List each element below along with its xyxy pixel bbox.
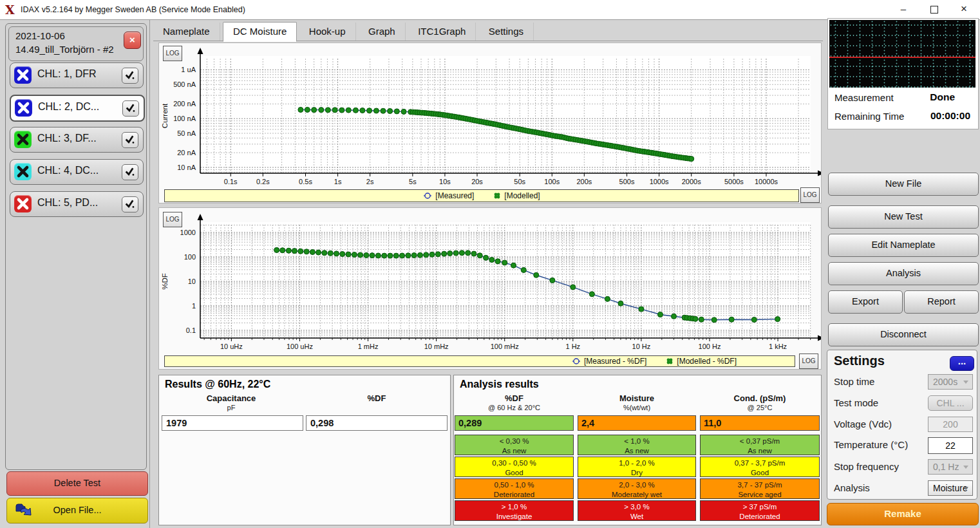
minimize-button[interactable]: –: [889, 0, 918, 19]
svg-text:2000s: 2000s: [682, 178, 701, 185]
svg-text:Current: Current: [161, 103, 169, 128]
temperature-input[interactable]: 22: [928, 437, 973, 454]
measurement-label: Measurement: [834, 92, 894, 103]
df-col-sub: @ 60 Hz & 20°C: [455, 404, 574, 411]
new-file-button[interactable]: New File: [828, 173, 979, 196]
chevron-down-icon: [963, 487, 968, 490]
analysis-mode-select[interactable]: Moisture: [928, 480, 973, 496]
remake-button[interactable]: Remake: [827, 503, 979, 525]
svg-text:2s: 2s: [366, 178, 374, 185]
signal-trace: [829, 57, 975, 58]
tab-nameplate[interactable]: Nameplate: [153, 23, 220, 41]
svg-text:50s: 50s: [514, 178, 525, 185]
moisture-analysis-value: 2,4: [578, 415, 696, 431]
svg-text:500s: 500s: [619, 178, 635, 185]
stop-time-select[interactable]: 2000s: [928, 374, 973, 390]
new-test-button[interactable]: New Test: [828, 205, 979, 229]
report-button[interactable]: Report: [904, 290, 979, 314]
channel-label: CHL: 2, DC...: [38, 101, 99, 113]
close-test-button[interactable]: ×: [124, 32, 141, 49]
channel-checkbox[interactable]: [122, 164, 138, 180]
export-button[interactable]: Export: [828, 290, 903, 314]
capacitance-unit: pF: [160, 404, 302, 411]
channel-checkbox[interactable]: [122, 100, 139, 117]
channel-row-2[interactable]: CHL: 2, DC...: [10, 95, 145, 122]
delete-test-button[interactable]: Delete Test: [6, 471, 148, 496]
analysis-button[interactable]: Analysis: [828, 262, 979, 285]
tab-dc-moisture[interactable]: DC Moisture: [223, 22, 297, 42]
channel-label: CHL: 5, PD...: [37, 197, 98, 209]
channel-x-icon: [14, 131, 32, 148]
df-vs-frequency-chart: 10 uHz100 uHz1 mHz10 mHz100 mHz1 Hz10 Hz…: [159, 208, 821, 351]
log-scale-button-x1[interactable]: LOG: [800, 187, 820, 203]
svg-text:%DF: %DF: [161, 273, 169, 290]
settings-panel: Settings ... Stop time 2000s Test mode C…: [827, 350, 977, 500]
stop-time-label: Stop time: [834, 376, 874, 387]
svg-text:5000s: 5000s: [724, 178, 744, 185]
svg-text:0.2s: 0.2s: [256, 178, 270, 185]
live-signal-display: [829, 20, 975, 88]
sidebar-divider: [149, 19, 150, 528]
svg-text:1 uA: 1 uA: [181, 66, 196, 73]
channel-label: CHL: 4, DC...: [37, 165, 99, 176]
channel-x-icon: [14, 195, 32, 212]
log-scale-button-y2[interactable]: LOG: [163, 212, 182, 227]
remaining-time-value: 00:00:00: [930, 110, 970, 122]
close-window-button[interactable]: ×: [949, 0, 979, 19]
disconnect-button[interactable]: Disconnect: [828, 323, 979, 346]
stop-frequency-label: Stop frequency: [834, 461, 899, 472]
channel-row-4[interactable]: CHL: 4, DC...: [10, 159, 144, 185]
tab-graph[interactable]: Graph: [359, 23, 406, 41]
svg-text:10 Hz: 10 Hz: [632, 343, 651, 350]
idax-window: X IDAX v5.2.164 by Megger Sweden AB (Ser…: [0, 0, 980, 528]
maximize-button[interactable]: [919, 0, 949, 19]
remaining-time-label: Remaining Time: [834, 111, 904, 122]
channel-row-3[interactable]: CHL: 3, DF...: [10, 127, 144, 153]
df-header: %DF: [306, 393, 448, 403]
svg-text:10s: 10s: [439, 178, 451, 185]
channel-x-icon: [14, 66, 32, 84]
channel-row-1[interactable]: CHL: 1, DFR: [10, 62, 144, 88]
grade-cell: 0,50 - 1,0 %Deteriorated: [455, 478, 574, 499]
grade-cell: 2,0 - 3,0 %Moderately wet: [578, 478, 696, 499]
capacitance-header: Capacitance: [160, 393, 302, 403]
svg-text:1 mHz: 1 mHz: [358, 343, 379, 350]
open-file-label: Open File...: [53, 505, 102, 515]
channel-row-5[interactable]: CHL: 5, PD...: [10, 191, 144, 217]
edit-nameplate-button[interactable]: Edit Nameplate: [828, 234, 979, 257]
svg-text:50 nA: 50 nA: [177, 129, 196, 137]
svg-text:1: 1: [192, 302, 196, 310]
capacitance-value: 1979: [162, 415, 303, 431]
cond-analysis-value: 11,0: [700, 415, 820, 431]
moisture-col-sub: %(wt/wt): [578, 404, 696, 411]
tab-hook-up[interactable]: Hook-up: [299, 23, 356, 41]
svg-text:100: 100: [184, 253, 196, 261]
grade-cell: 3,7 - 37 pS/mService aged: [700, 478, 820, 499]
log-scale-button-x2[interactable]: LOG: [799, 354, 818, 369]
svg-text:1000s: 1000s: [650, 178, 669, 185]
stop-frequency-select[interactable]: 0,1 Hz: [928, 459, 973, 475]
tab-itc1graph[interactable]: ITC1Graph: [408, 23, 476, 41]
tab-settings[interactable]: Settings: [479, 23, 534, 41]
log-scale-button-y1[interactable]: LOG: [163, 46, 182, 61]
voltage-input[interactable]: 200: [928, 417, 973, 432]
channel-checkbox[interactable]: [122, 132, 138, 148]
open-file-button[interactable]: Open File...: [6, 498, 148, 523]
test-header[interactable]: 2021-10-06 14.49_till_Torbjörn - #2 ×: [8, 26, 144, 61]
app-logo-icon: X: [5, 3, 18, 17]
df-value: 0,298: [306, 415, 448, 431]
legend-modelled-df: [Modelled - %DF]: [666, 357, 737, 366]
cond-col-header: Cond. (pS/m): [700, 393, 820, 403]
test-mode-button[interactable]: CHL ...: [928, 395, 973, 411]
grade-cell: 0,30 - 0,50 %Good: [455, 457, 574, 477]
channel-checkbox[interactable]: [122, 68, 138, 84]
measurement-value: Done: [930, 91, 955, 103]
svg-text:1 Hz: 1 Hz: [565, 343, 580, 350]
legend-measured-df: [Measured - %DF]: [572, 357, 646, 366]
channel-checkbox[interactable]: [122, 196, 138, 212]
svg-text:10: 10: [188, 278, 196, 285]
settings-more-button[interactable]: ...: [950, 356, 974, 371]
svg-text:1000: 1000: [180, 229, 196, 236]
measurement-status-panel: Measurement Done Remaining Time 00:00:00: [827, 18, 979, 129]
df-col-header: %DF: [455, 393, 574, 403]
